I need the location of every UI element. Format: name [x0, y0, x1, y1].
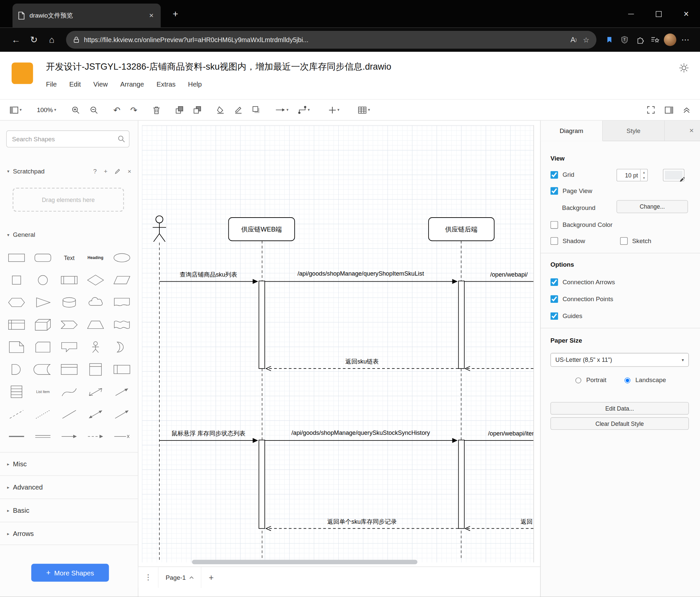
shape-container[interactable]	[56, 358, 82, 380]
message-label-api-queryShopItemSkuList[interactable]: /api/goods/shopManage/queryShopItemSkuLi…	[297, 270, 424, 277]
shield-extension-icon[interactable]: T	[617, 31, 632, 49]
delete-button[interactable]	[151, 103, 162, 116]
insert-button[interactable]: ▾	[327, 103, 341, 116]
tab-style[interactable]: Style	[603, 121, 665, 141]
shape-data-storage[interactable]	[30, 358, 56, 380]
shadow-button[interactable]	[250, 103, 262, 116]
landscape-option[interactable]: Landscape	[622, 376, 666, 383]
shape-hexagon[interactable]	[4, 291, 30, 313]
shape-diagonal-arrow[interactable]	[109, 403, 135, 425]
section-arrows[interactable]: ▸ Arrows	[0, 522, 139, 545]
diagram-page[interactable]: 供应链WEB端 供应链后端 查询店铺商品sku列表 /api/goods/sho…	[142, 125, 534, 563]
format-close-icon[interactable]: ×	[690, 126, 694, 135]
shape-internal-storage[interactable]	[4, 314, 30, 336]
menu-file[interactable]: File	[46, 80, 57, 88]
return-label-single-sku[interactable]: 返回单个sku库存同步记录	[327, 518, 397, 525]
return-label-sku-list[interactable]: 返回sku链表	[345, 358, 379, 365]
activation-bar-web-2[interactable]	[259, 440, 265, 529]
scratchpad-help-icon[interactable]: ?	[93, 167, 97, 175]
tab-diagram[interactable]: Diagram	[541, 121, 603, 141]
shape-vertical-container[interactable]	[82, 358, 108, 380]
grid-color-button[interactable]	[663, 169, 684, 182]
message-label-hover-sync[interactable]: 鼠标悬浮 库存同步状态列表	[171, 430, 245, 437]
format-panel-toggle-button[interactable]	[663, 103, 675, 116]
menu-view[interactable]: View	[94, 80, 108, 88]
shape-square[interactable]	[4, 269, 30, 291]
shape-link[interactable]	[30, 425, 56, 448]
shadow-checkbox[interactable]	[551, 237, 558, 245]
url-text[interactable]: https://file.kkview.cn/onlinePreview?url…	[84, 36, 564, 44]
shape-dashed-line[interactable]	[4, 403, 30, 425]
lifeline-backend-label[interactable]: 供应链后端	[445, 225, 478, 233]
pages-menu-icon[interactable]: ⋮	[139, 573, 158, 582]
shape-curve[interactable]	[56, 381, 82, 403]
maximize-button[interactable]	[645, 0, 673, 28]
shape-arrow[interactable]	[109, 381, 135, 403]
scratchpad-add-icon[interactable]: +	[104, 167, 107, 175]
message-label-api-querySkuStockSyncHistory[interactable]: /api/goods/shopManage/querySkuStockSyncH…	[291, 430, 430, 436]
shape-line[interactable]	[56, 403, 82, 425]
shape-process[interactable]	[56, 269, 82, 291]
shape-dotted-line[interactable]	[30, 403, 56, 425]
shape-document[interactable]	[109, 291, 135, 313]
fullscreen-button[interactable]	[645, 103, 656, 116]
menu-edit[interactable]: Edit	[69, 80, 81, 88]
refresh-icon[interactable]: ↻	[25, 31, 43, 49]
shape-bidirectional-diagonal[interactable]	[82, 403, 108, 425]
browser-tab[interactable]: drawio文件预览 ×	[12, 4, 161, 28]
close-button[interactable]: ×	[672, 0, 700, 28]
zoom-out-button[interactable]	[88, 103, 100, 116]
shape-dashed-arrow[interactable]	[82, 425, 108, 448]
horizontal-scrollbar[interactable]	[142, 559, 533, 565]
guides-checkbox[interactable]	[551, 312, 558, 320]
shape-parallelogram[interactable]	[109, 269, 135, 291]
shape-actor[interactable]	[82, 336, 108, 358]
shape-cube[interactable]	[30, 314, 56, 336]
shape-circle[interactable]	[30, 269, 56, 291]
waypoints-button[interactable]: ▾	[297, 103, 311, 116]
shape-list-item[interactable]: List Item	[30, 381, 56, 403]
page-tab[interactable]: Page-1	[158, 567, 201, 588]
actor-figure[interactable]	[153, 216, 166, 242]
shape-heading[interactable]: Heading	[82, 247, 108, 269]
section-advanced[interactable]: ▸ Advanced	[0, 475, 139, 499]
shape-note[interactable]	[4, 336, 30, 358]
section-basic[interactable]: ▸ Basic	[0, 499, 139, 522]
shape-cross-arrow[interactable]	[109, 425, 135, 448]
shape-bidirectional-arrow[interactable]	[82, 381, 108, 403]
shape-card[interactable]	[30, 336, 56, 358]
shape-divider[interactable]	[4, 425, 30, 448]
connection-style-button[interactable]: ▾	[273, 103, 290, 116]
add-page-button[interactable]: +	[201, 572, 221, 582]
fill-color-button[interactable]	[215, 103, 226, 116]
favorites-hub-icon[interactable]	[647, 31, 662, 49]
pages-view-button[interactable]: ▾	[8, 103, 24, 116]
zoom-level-dropdown[interactable]: 100%▾	[35, 103, 58, 116]
landscape-radio[interactable]	[625, 378, 631, 383]
sketch-checkbox[interactable]	[620, 237, 628, 245]
section-general-header[interactable]: ▾ General	[0, 227, 139, 242]
activation-bar-web-1[interactable]	[259, 281, 265, 368]
table-button[interactable]: ▾	[356, 103, 372, 116]
zoom-in-button[interactable]	[70, 103, 81, 116]
connection-arrows-checkbox[interactable]	[551, 278, 558, 286]
page-view-checkbox[interactable]	[551, 187, 558, 195]
tab-close-icon[interactable]: ×	[148, 11, 155, 20]
shape-simple-arrow[interactable]	[56, 425, 82, 448]
read-aloud-icon[interactable]: A)	[570, 36, 576, 44]
paper-size-select[interactable]: US-Letter (8,5" x 11") ▾	[551, 353, 689, 367]
theme-toggle-sun-icon[interactable]	[678, 62, 691, 74]
collapse-toolbar-button[interactable]	[681, 103, 692, 116]
stepper-down-icon[interactable]: ▾	[641, 175, 647, 181]
connection-points-checkbox[interactable]	[551, 295, 558, 303]
shape-cloud[interactable]	[82, 291, 108, 313]
shape-tape[interactable]	[109, 314, 135, 336]
shape-diamond[interactable]	[82, 269, 108, 291]
diagram-canvas[interactable]: 供应链WEB端 供应链后端 查询店铺商品sku列表 /api/goods/sho…	[139, 121, 540, 597]
menu-help[interactable]: Help	[188, 80, 202, 88]
shape-ellipse[interactable]	[109, 247, 135, 269]
scratchpad-header[interactable]: ▾ Scratchpad ? + ×	[0, 164, 139, 179]
home-icon[interactable]: ⌂	[43, 31, 61, 49]
lifeline-web-label[interactable]: 供应链WEB端	[241, 225, 282, 233]
scratchpad-close-icon[interactable]: ×	[128, 167, 131, 175]
